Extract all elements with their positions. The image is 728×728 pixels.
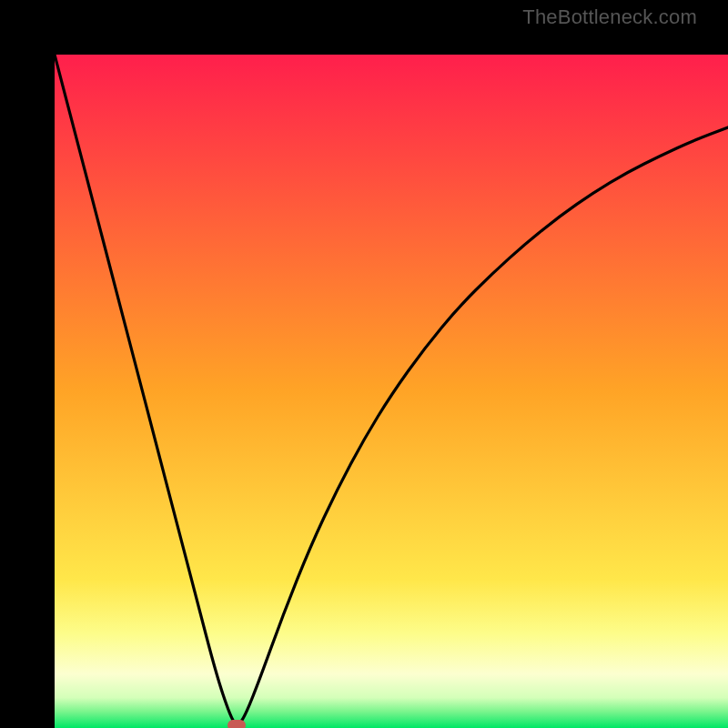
bottleneck-curve: [55, 55, 728, 724]
chart-frame: [0, 0, 728, 728]
gradient-fill-rect: [55, 55, 728, 728]
plot-area: [55, 55, 728, 728]
optimum-marker: [228, 720, 246, 728]
watermark-label: TheBottleneck.com: [522, 5, 697, 29]
gradient-background-svg: [55, 55, 728, 728]
curve-svg: [55, 55, 728, 728]
